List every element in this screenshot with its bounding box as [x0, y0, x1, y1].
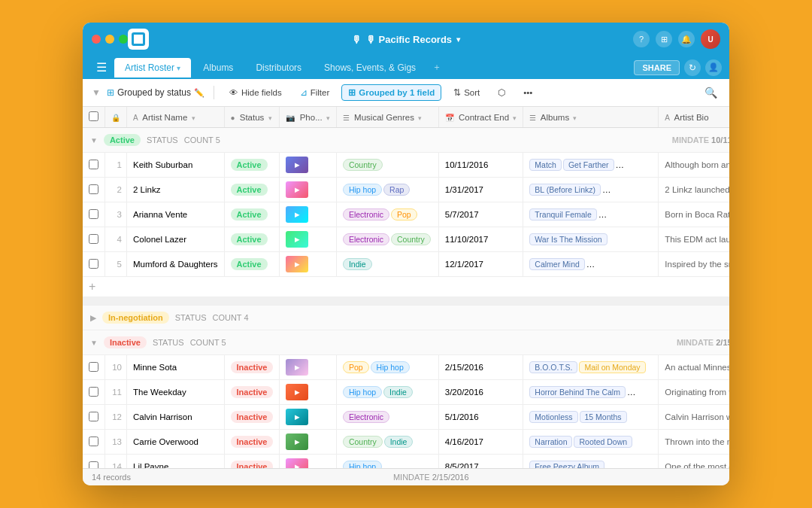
albums-cell: B.O.O.T.S.Mail on Monday [523, 355, 659, 380]
lock-col-header: 🔒 [105, 107, 127, 128]
row-checkbox[interactable] [89, 437, 98, 446]
search-button[interactable]: 🔍 [701, 84, 720, 102]
close-button[interactable] [92, 35, 101, 44]
edit-group-icon[interactable]: ✏️ [194, 88, 205, 98]
hamburger-icon[interactable]: ☰ [90, 56, 113, 79]
bio-cell: Inspired by the small r [659, 252, 729, 277]
genre-tag: Electronic [343, 233, 389, 245]
grouped-status-label: ⊞ Grouped by status ✏️ [107, 87, 205, 98]
status-col-header[interactable]: ● Status ▾ [224, 107, 280, 128]
photo-col-header[interactable]: 📷 Pho... ▾ [280, 107, 336, 128]
group-header-row[interactable]: ▶ In-negotiation STATUS COUNT 4 [83, 306, 729, 330]
genres-cell: ElectronicCountry [336, 227, 438, 252]
share-view-icon[interactable]: ⬡ [492, 85, 511, 100]
tab-distributors[interactable]: Distributors [245, 58, 312, 78]
bio-col-header[interactable]: A Artist Bio [659, 107, 729, 128]
minimize-button[interactable] [105, 35, 114, 44]
row-checkbox[interactable] [89, 234, 98, 244]
share-button[interactable]: SHARE [634, 60, 680, 75]
group-by-button[interactable]: ⊞ Grouped by 1 field [341, 84, 441, 101]
bio-cell: Originating from the B [659, 380, 729, 405]
row-number-cell: 13 [105, 430, 127, 455]
chevron-down-icon[interactable]: ▾ [456, 35, 460, 44]
group-toggle-icon[interactable]: ▼ [90, 136, 98, 144]
more-options-button[interactable]: ••• [517, 86, 538, 99]
tab-albums[interactable]: Albums [192, 58, 244, 78]
refresh-icon[interactable]: ↻ [684, 59, 701, 76]
bio-cell: Thrown into the nation [659, 430, 729, 455]
row-checkbox[interactable] [89, 160, 98, 169]
row-checkbox[interactable] [89, 259, 98, 269]
photo-cell: ▶ [280, 227, 336, 252]
album-tag: Narration [529, 436, 572, 448]
row-checkbox[interactable] [89, 387, 98, 397]
albums-col-header[interactable]: ☰ Albums ▾ [523, 107, 659, 128]
tab-artist-roster[interactable]: Artist Roster ▾ [114, 58, 191, 78]
artist-name-col-header[interactable]: A Artist Name ▾ [127, 107, 225, 128]
grid-icon[interactable]: ⊞ [656, 31, 672, 47]
contract-end-cell: 2/15/2016 [438, 355, 523, 380]
fullscreen-button[interactable] [119, 35, 128, 44]
avatar[interactable]: U [701, 29, 720, 49]
album-tag: War Is The Mission [529, 233, 607, 245]
sort-button[interactable]: ⇅ Sort [447, 85, 486, 100]
status-badge: Inactive [231, 361, 274, 373]
row-checkbox[interactable] [89, 461, 98, 469]
genres-col-header[interactable]: ☰ Musical Genres ▾ [336, 107, 438, 128]
group-count-label: COUNT 4 [212, 313, 248, 322]
contract-end-col-header[interactable]: 📅 Contract End ▾ [438, 107, 523, 128]
row-checkbox-cell[interactable] [83, 252, 105, 277]
row-checkbox-cell[interactable] [83, 153, 105, 178]
album-tag: Match [529, 159, 562, 171]
filter-arrow-icon[interactable]: ▼ [92, 87, 101, 98]
status-badge: Active [231, 184, 268, 196]
row-checkbox[interactable] [89, 412, 98, 421]
hide-fields-button[interactable]: 👁 Hide fields [223, 86, 288, 99]
bio-cell: Born in Boca Raton, Fl [659, 202, 729, 227]
bio-cell: An actual Minnesotan, [659, 355, 729, 380]
row-checkbox-cell[interactable] [83, 355, 105, 380]
row-checkbox-cell[interactable] [83, 178, 105, 202]
user-manage-icon[interactable]: 👤 [705, 59, 722, 76]
bell-icon[interactable]: 🔔 [678, 31, 695, 47]
row-checkbox-cell[interactable] [83, 430, 105, 455]
row-checkbox[interactable] [89, 362, 98, 372]
genres-cell: Hip hopIndie [336, 380, 438, 405]
nav-right: SHARE ↻ 👤 [634, 59, 722, 76]
group-spacer [83, 297, 729, 306]
genres-cell: ElectronicPop [336, 202, 438, 227]
tab-shows[interactable]: Shows, Events, & Gigs [314, 58, 426, 78]
row-checkbox-cell[interactable] [83, 455, 105, 469]
artist-name-cell: Minne Sota [127, 355, 225, 380]
help-icon[interactable]: ? [633, 31, 650, 47]
checkbox-col-header[interactable] [83, 107, 105, 128]
add-record-button[interactable]: + [83, 277, 729, 297]
group-header-row[interactable]: ▼ Inactive STATUS COUNT 5 MINDATE 2/15/2… [83, 330, 729, 355]
status-badge: Inactive [231, 461, 274, 468]
artist-photo: ▶ [286, 458, 308, 468]
row-checkbox-cell[interactable] [83, 227, 105, 252]
select-all-checkbox[interactable] [89, 111, 98, 121]
row-checkbox[interactable] [89, 209, 98, 219]
add-tab-icon[interactable]: ＋ [428, 61, 446, 74]
row-checkbox-cell[interactable] [83, 405, 105, 430]
row-checkbox-cell[interactable] [83, 202, 105, 227]
row-checkbox[interactable] [89, 184, 98, 194]
group-toggle-icon[interactable]: ▼ [90, 339, 98, 347]
contract-end-cell: 5/7/2017 [438, 202, 523, 227]
group-header-row[interactable]: ▼ Active STATUS COUNT 5 MINDATE 10/11/20… [83, 128, 729, 153]
status-badge: Inactive [231, 411, 274, 423]
status-cell: Inactive [224, 380, 280, 405]
add-row[interactable]: + [83, 277, 729, 297]
genre-tag: Country [391, 233, 431, 245]
artist-name-cell: Keith Suburban [127, 153, 225, 178]
group-toggle-icon[interactable]: ▶ [90, 314, 96, 322]
filter-button[interactable]: ⊿ Filter [294, 85, 336, 100]
genre-tag: Hip hop [371, 361, 410, 373]
table-row: 12 Calvin Harrison Inactive ▶ Electronic… [83, 405, 729, 430]
albums-cell: Tranquil FemaleThanksgiving & Chill [523, 202, 659, 227]
row-checkbox-cell[interactable] [83, 380, 105, 405]
artist-name-cell: Calvin Harrison [127, 405, 225, 430]
genres-cell: Country [336, 153, 438, 178]
row-number-cell: 12 [105, 405, 127, 430]
